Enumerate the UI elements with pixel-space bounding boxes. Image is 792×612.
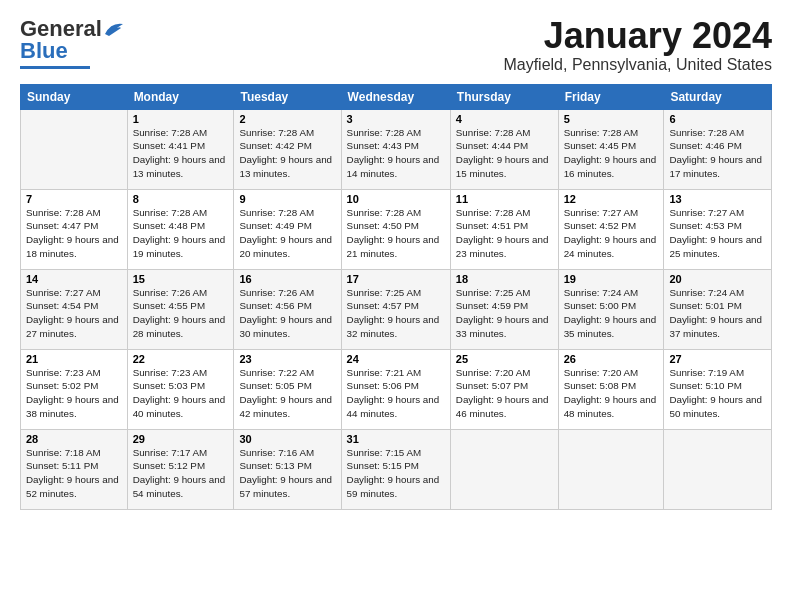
table-row: 31 Sunrise: 7:15 AMSunset: 5:15 PMDaylig…	[341, 429, 450, 509]
day-number: 8	[133, 193, 229, 205]
calendar-week-row: 21 Sunrise: 7:23 AMSunset: 5:02 PMDaylig…	[21, 349, 772, 429]
day-number: 24	[347, 353, 445, 365]
day-number: 27	[669, 353, 766, 365]
day-info: Sunrise: 7:27 AMSunset: 4:53 PMDaylight:…	[669, 207, 762, 259]
logo: General Blue	[20, 16, 126, 69]
day-number: 18	[456, 273, 553, 285]
day-info: Sunrise: 7:17 AMSunset: 5:12 PMDaylight:…	[133, 447, 226, 499]
table-row	[664, 429, 772, 509]
day-info: Sunrise: 7:28 AMSunset: 4:45 PMDaylight:…	[564, 127, 657, 179]
table-row: 29 Sunrise: 7:17 AMSunset: 5:12 PMDaylig…	[127, 429, 234, 509]
table-row: 1 Sunrise: 7:28 AMSunset: 4:41 PMDayligh…	[127, 109, 234, 189]
day-info: Sunrise: 7:28 AMSunset: 4:50 PMDaylight:…	[347, 207, 440, 259]
day-info: Sunrise: 7:19 AMSunset: 5:10 PMDaylight:…	[669, 367, 762, 419]
day-number: 14	[26, 273, 122, 285]
table-row: 4 Sunrise: 7:28 AMSunset: 4:44 PMDayligh…	[450, 109, 558, 189]
table-row: 30 Sunrise: 7:16 AMSunset: 5:13 PMDaylig…	[234, 429, 341, 509]
day-number: 20	[669, 273, 766, 285]
table-row	[21, 109, 128, 189]
calendar-table: Sunday Monday Tuesday Wednesday Thursday…	[20, 84, 772, 510]
table-row: 11 Sunrise: 7:28 AMSunset: 4:51 PMDaylig…	[450, 189, 558, 269]
day-info: Sunrise: 7:27 AMSunset: 4:54 PMDaylight:…	[26, 287, 119, 339]
col-sunday: Sunday	[21, 84, 128, 109]
table-row: 9 Sunrise: 7:28 AMSunset: 4:49 PMDayligh…	[234, 189, 341, 269]
table-row: 2 Sunrise: 7:28 AMSunset: 4:42 PMDayligh…	[234, 109, 341, 189]
day-info: Sunrise: 7:21 AMSunset: 5:06 PMDaylight:…	[347, 367, 440, 419]
table-row: 13 Sunrise: 7:27 AMSunset: 4:53 PMDaylig…	[664, 189, 772, 269]
table-row: 20 Sunrise: 7:24 AMSunset: 5:01 PMDaylig…	[664, 269, 772, 349]
title-block: January 2024 Mayfield, Pennsylvania, Uni…	[503, 16, 772, 74]
day-number: 25	[456, 353, 553, 365]
day-info: Sunrise: 7:26 AMSunset: 4:56 PMDaylight:…	[239, 287, 332, 339]
calendar-week-row: 1 Sunrise: 7:28 AMSunset: 4:41 PMDayligh…	[21, 109, 772, 189]
table-row: 6 Sunrise: 7:28 AMSunset: 4:46 PMDayligh…	[664, 109, 772, 189]
day-info: Sunrise: 7:25 AMSunset: 4:59 PMDaylight:…	[456, 287, 549, 339]
day-number: 5	[564, 113, 659, 125]
day-info: Sunrise: 7:28 AMSunset: 4:44 PMDaylight:…	[456, 127, 549, 179]
col-thursday: Thursday	[450, 84, 558, 109]
table-row: 14 Sunrise: 7:27 AMSunset: 4:54 PMDaylig…	[21, 269, 128, 349]
table-row: 23 Sunrise: 7:22 AMSunset: 5:05 PMDaylig…	[234, 349, 341, 429]
day-number: 16	[239, 273, 335, 285]
calendar-week-row: 28 Sunrise: 7:18 AMSunset: 5:11 PMDaylig…	[21, 429, 772, 509]
day-info: Sunrise: 7:28 AMSunset: 4:49 PMDaylight:…	[239, 207, 332, 259]
day-info: Sunrise: 7:18 AMSunset: 5:11 PMDaylight:…	[26, 447, 119, 499]
day-number: 9	[239, 193, 335, 205]
day-number: 17	[347, 273, 445, 285]
table-row: 24 Sunrise: 7:21 AMSunset: 5:06 PMDaylig…	[341, 349, 450, 429]
day-info: Sunrise: 7:28 AMSunset: 4:51 PMDaylight:…	[456, 207, 549, 259]
day-number: 11	[456, 193, 553, 205]
table-row: 18 Sunrise: 7:25 AMSunset: 4:59 PMDaylig…	[450, 269, 558, 349]
day-info: Sunrise: 7:16 AMSunset: 5:13 PMDaylight:…	[239, 447, 332, 499]
table-row: 21 Sunrise: 7:23 AMSunset: 5:02 PMDaylig…	[21, 349, 128, 429]
table-row: 16 Sunrise: 7:26 AMSunset: 4:56 PMDaylig…	[234, 269, 341, 349]
header: General Blue January 2024 Mayfield, Penn…	[20, 16, 772, 74]
day-info: Sunrise: 7:23 AMSunset: 5:03 PMDaylight:…	[133, 367, 226, 419]
table-row: 22 Sunrise: 7:23 AMSunset: 5:03 PMDaylig…	[127, 349, 234, 429]
col-saturday: Saturday	[664, 84, 772, 109]
day-number: 29	[133, 433, 229, 445]
table-row: 5 Sunrise: 7:28 AMSunset: 4:45 PMDayligh…	[558, 109, 664, 189]
day-info: Sunrise: 7:23 AMSunset: 5:02 PMDaylight:…	[26, 367, 119, 419]
col-wednesday: Wednesday	[341, 84, 450, 109]
col-tuesday: Tuesday	[234, 84, 341, 109]
table-row: 8 Sunrise: 7:28 AMSunset: 4:48 PMDayligh…	[127, 189, 234, 269]
logo-blue: Blue	[20, 38, 68, 64]
day-number: 26	[564, 353, 659, 365]
table-row: 12 Sunrise: 7:27 AMSunset: 4:52 PMDaylig…	[558, 189, 664, 269]
day-info: Sunrise: 7:20 AMSunset: 5:08 PMDaylight:…	[564, 367, 657, 419]
table-row	[450, 429, 558, 509]
day-number: 10	[347, 193, 445, 205]
logo-underline	[20, 66, 90, 69]
day-number: 7	[26, 193, 122, 205]
logo-bird-icon	[103, 20, 125, 38]
table-row: 25 Sunrise: 7:20 AMSunset: 5:07 PMDaylig…	[450, 349, 558, 429]
calendar-week-row: 14 Sunrise: 7:27 AMSunset: 4:54 PMDaylig…	[21, 269, 772, 349]
table-row: 19 Sunrise: 7:24 AMSunset: 5:00 PMDaylig…	[558, 269, 664, 349]
table-row: 15 Sunrise: 7:26 AMSunset: 4:55 PMDaylig…	[127, 269, 234, 349]
day-number: 13	[669, 193, 766, 205]
day-info: Sunrise: 7:28 AMSunset: 4:47 PMDaylight:…	[26, 207, 119, 259]
table-row: 26 Sunrise: 7:20 AMSunset: 5:08 PMDaylig…	[558, 349, 664, 429]
day-info: Sunrise: 7:28 AMSunset: 4:43 PMDaylight:…	[347, 127, 440, 179]
day-info: Sunrise: 7:28 AMSunset: 4:46 PMDaylight:…	[669, 127, 762, 179]
day-info: Sunrise: 7:26 AMSunset: 4:55 PMDaylight:…	[133, 287, 226, 339]
day-info: Sunrise: 7:24 AMSunset: 5:01 PMDaylight:…	[669, 287, 762, 339]
table-row: 17 Sunrise: 7:25 AMSunset: 4:57 PMDaylig…	[341, 269, 450, 349]
col-monday: Monday	[127, 84, 234, 109]
table-row: 27 Sunrise: 7:19 AMSunset: 5:10 PMDaylig…	[664, 349, 772, 429]
calendar-header-row: Sunday Monday Tuesday Wednesday Thursday…	[21, 84, 772, 109]
day-number: 21	[26, 353, 122, 365]
day-info: Sunrise: 7:28 AMSunset: 4:41 PMDaylight:…	[133, 127, 226, 179]
day-number: 30	[239, 433, 335, 445]
col-friday: Friday	[558, 84, 664, 109]
day-info: Sunrise: 7:22 AMSunset: 5:05 PMDaylight:…	[239, 367, 332, 419]
table-row: 10 Sunrise: 7:28 AMSunset: 4:50 PMDaylig…	[341, 189, 450, 269]
day-info: Sunrise: 7:24 AMSunset: 5:00 PMDaylight:…	[564, 287, 657, 339]
day-number: 4	[456, 113, 553, 125]
calendar-week-row: 7 Sunrise: 7:28 AMSunset: 4:47 PMDayligh…	[21, 189, 772, 269]
day-info: Sunrise: 7:20 AMSunset: 5:07 PMDaylight:…	[456, 367, 549, 419]
day-info: Sunrise: 7:28 AMSunset: 4:48 PMDaylight:…	[133, 207, 226, 259]
day-number: 23	[239, 353, 335, 365]
day-number: 6	[669, 113, 766, 125]
